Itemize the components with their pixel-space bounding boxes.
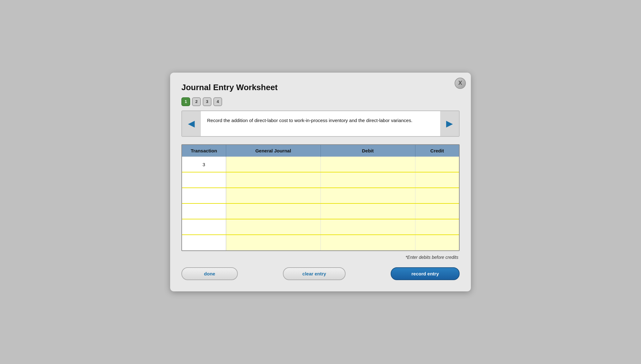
step-indicators: 1 2 3 4 — [181, 97, 460, 106]
input-debit-2[interactable] — [321, 188, 415, 203]
input-journal-5[interactable] — [226, 235, 320, 250]
cell-transaction-5 — [182, 235, 226, 250]
cell-credit-3[interactable] — [415, 203, 459, 219]
input-debit-5[interactable] — [321, 235, 415, 250]
cell-debit-2[interactable] — [320, 188, 415, 203]
cell-transaction-2 — [182, 188, 226, 203]
cell-transaction-3 — [182, 203, 226, 219]
input-debit-4[interactable] — [321, 219, 415, 234]
cell-journal-0[interactable] — [226, 156, 320, 172]
table-row — [182, 188, 459, 203]
col-header-debit: Debit — [320, 145, 415, 157]
cell-credit-2[interactable] — [415, 188, 459, 203]
input-journal-3[interactable] — [226, 204, 320, 219]
input-debit-0[interactable] — [321, 157, 415, 172]
button-row: done clear entry record entry — [181, 267, 460, 280]
input-journal-2[interactable] — [226, 188, 320, 203]
instruction-row: ◀ Record the addition of direct-labor co… — [181, 110, 460, 137]
input-journal-1[interactable] — [226, 172, 320, 187]
cell-debit-4[interactable] — [320, 219, 415, 235]
cell-debit-0[interactable] — [320, 156, 415, 172]
cell-credit-0[interactable] — [415, 156, 459, 172]
table-row — [182, 219, 459, 235]
cell-journal-5[interactable] — [226, 235, 320, 250]
input-credit-2[interactable] — [415, 188, 459, 203]
cell-journal-4[interactable] — [226, 219, 320, 235]
cell-transaction-1 — [182, 172, 226, 188]
table-row — [182, 235, 459, 250]
cell-journal-2[interactable] — [226, 188, 320, 203]
input-credit-5[interactable] — [415, 235, 459, 250]
close-button[interactable]: X — [455, 78, 466, 89]
input-debit-3[interactable] — [321, 204, 415, 219]
step-1[interactable]: 1 — [181, 97, 190, 106]
table-row — [182, 203, 459, 219]
input-journal-0[interactable] — [226, 157, 320, 172]
cell-credit-1[interactable] — [415, 172, 459, 188]
instruction-text: Record the addition of direct-labor cost… — [201, 111, 440, 136]
cell-transaction-4 — [182, 219, 226, 235]
input-credit-4[interactable] — [415, 219, 459, 234]
input-credit-1[interactable] — [415, 172, 459, 187]
input-journal-4[interactable] — [226, 219, 320, 234]
prev-button[interactable]: ◀ — [182, 111, 201, 136]
step-4[interactable]: 4 — [213, 97, 222, 106]
input-credit-3[interactable] — [415, 204, 459, 219]
table-row — [182, 172, 459, 188]
table-header-row: Transaction General Journal Debit Credit — [182, 145, 459, 157]
col-header-transaction: Transaction — [182, 145, 226, 157]
record-entry-button[interactable]: record entry — [391, 267, 460, 280]
cell-debit-3[interactable] — [320, 203, 415, 219]
table-row: 3 — [182, 156, 459, 172]
cell-transaction-0: 3 — [182, 156, 226, 172]
done-button[interactable]: done — [181, 267, 238, 280]
journal-table: Transaction General Journal Debit Credit… — [181, 144, 460, 251]
journal-entry-dialog: X Journal Entry Worksheet 1 2 3 4 ◀ Reco… — [170, 73, 471, 292]
cell-journal-3[interactable] — [226, 203, 320, 219]
cell-credit-5[interactable] — [415, 235, 459, 250]
step-2[interactable]: 2 — [192, 97, 201, 106]
cell-credit-4[interactable] — [415, 219, 459, 235]
input-credit-0[interactable] — [415, 157, 459, 172]
next-button[interactable]: ▶ — [440, 111, 459, 136]
col-header-credit: Credit — [415, 145, 459, 157]
cell-journal-1[interactable] — [226, 172, 320, 188]
page-title: Journal Entry Worksheet — [181, 83, 460, 92]
col-header-journal: General Journal — [226, 145, 320, 157]
step-3[interactable]: 3 — [203, 97, 211, 106]
hint-text: *Enter debits before credits — [181, 255, 460, 260]
clear-entry-button[interactable]: clear entry — [283, 267, 346, 280]
cell-debit-5[interactable] — [320, 235, 415, 250]
input-debit-1[interactable] — [321, 172, 415, 187]
cell-debit-1[interactable] — [320, 172, 415, 188]
